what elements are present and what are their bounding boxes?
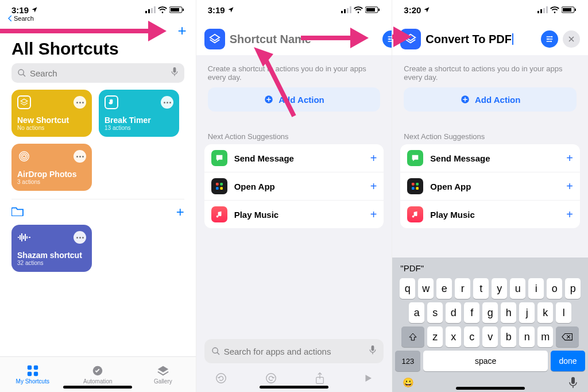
key-s[interactable]: s (427, 302, 443, 323)
search-bar[interactable] (11, 63, 184, 83)
wifi-icon (354, 5, 363, 15)
numbers-key[interactable]: 123 (395, 351, 420, 371)
suggestions-list: Send Message + Open App + Play Music + (400, 144, 580, 228)
key-x[interactable]: x (446, 326, 461, 347)
apps-grid-icon (407, 178, 423, 194)
key-u[interactable]: u (510, 278, 525, 299)
airdrop-icon (17, 149, 31, 163)
suggestion-open-app[interactable]: Open App + (204, 172, 384, 201)
backspace-key[interactable] (556, 326, 579, 347)
dictate-icon[interactable] (171, 67, 179, 79)
undo-button[interactable] (215, 372, 227, 387)
dictate-key[interactable] (568, 377, 578, 391)
key-h[interactable]: h (501, 302, 516, 323)
key-l[interactable]: l (556, 302, 571, 323)
actions-search-bar[interactable] (204, 339, 384, 363)
key-b[interactable]: b (501, 326, 516, 347)
suggestion-open-app[interactable]: Open App + (400, 172, 580, 201)
screen-all-shortcuts: 3:19 Search + All Shortcuts New Shortcut… (0, 0, 196, 392)
shortcut-tile-airdrop-photos[interactable]: AirDrop Photos3 actions (11, 144, 92, 191)
shift-key[interactable] (401, 326, 424, 347)
key-f[interactable]: f (464, 302, 479, 323)
key-g[interactable]: g (482, 302, 498, 323)
key-n[interactable]: n (519, 326, 535, 347)
key-d[interactable]: d (446, 302, 461, 323)
add-icon[interactable]: + (566, 180, 573, 193)
key-p[interactable]: p (565, 278, 581, 299)
home-indicator (456, 387, 525, 390)
key-q[interactable]: q (400, 278, 415, 299)
add-icon[interactable]: + (566, 208, 573, 221)
svg-rect-54 (416, 183, 419, 186)
redo-button[interactable] (265, 372, 277, 387)
svg-rect-22 (350, 6, 351, 13)
shortcut-tile-break-timer[interactable]: Break Timer13 actions (99, 90, 179, 137)
more-icon[interactable] (74, 231, 86, 244)
shortcut-name-input[interactable]: Convert To PDF (425, 33, 512, 46)
share-button[interactable] (314, 372, 326, 387)
folder-icon[interactable] (11, 206, 24, 218)
emoji-key[interactable]: 😀 (403, 377, 414, 391)
more-icon[interactable] (161, 96, 173, 109)
shortcut-tile-new-shortcut[interactable]: New ShortcutNo actions (11, 90, 92, 137)
svg-rect-37 (372, 345, 374, 351)
settings-button[interactable] (382, 30, 392, 48)
space-key[interactable]: space (423, 351, 548, 371)
dictate-icon[interactable] (369, 345, 377, 357)
svg-rect-2 (151, 8, 153, 13)
add-icon[interactable]: + (566, 152, 573, 165)
shortcut-app-icon[interactable] (204, 29, 225, 49)
more-icon[interactable] (74, 150, 86, 163)
add-icon[interactable]: + (370, 208, 377, 221)
add-action-button[interactable]: Add Action (404, 87, 577, 112)
key-o[interactable]: o (547, 278, 562, 299)
key-m[interactable]: m (537, 326, 553, 347)
tab-gallery[interactable]: Gallery (130, 357, 196, 392)
suggestion-play-music[interactable]: Play Music + (204, 201, 384, 228)
svg-rect-57 (571, 377, 575, 384)
actions-search-input[interactable] (220, 347, 369, 356)
key-y[interactable]: y (492, 278, 507, 299)
suggestion-play-music[interactable]: Play Music + (400, 201, 580, 228)
key-a[interactable]: a (409, 302, 424, 323)
add-icon[interactable]: + (370, 180, 377, 193)
svg-point-12 (21, 153, 28, 160)
key-z[interactable]: z (427, 326, 443, 347)
keyboard: "PDF" qwertyuiop asdfghjkl zxcvbnm 123 s… (392, 258, 588, 392)
editor-header: Convert To PDF (392, 23, 588, 55)
more-icon[interactable] (74, 96, 86, 109)
settings-button[interactable] (541, 30, 558, 48)
key-w[interactable]: w (418, 278, 434, 299)
run-button[interactable] (363, 373, 373, 386)
add-to-folder-button[interactable]: + (176, 204, 184, 220)
svg-rect-9 (173, 67, 176, 73)
close-button[interactable] (563, 30, 580, 48)
done-key[interactable]: done (551, 351, 585, 371)
add-icon[interactable]: + (370, 152, 377, 165)
add-shortcut-button[interactable]: + (177, 22, 186, 40)
signal-icon (145, 5, 156, 15)
search-input[interactable] (26, 68, 171, 78)
messages-icon (407, 150, 423, 166)
hand-icon (105, 95, 118, 109)
keyboard-suggestion[interactable]: "PDF" (400, 263, 424, 273)
key-e[interactable]: e (436, 278, 452, 299)
shortcut-tile-shazam[interactable]: Shazam shortcut32 actions (11, 225, 92, 272)
key-t[interactable]: t (473, 278, 489, 299)
status-bar: 3:20 (392, 0, 588, 16)
screen-editor-named: 3:20 Convert To PDF C (392, 0, 588, 392)
status-bar: 3:19 (196, 0, 392, 16)
key-j[interactable]: j (519, 302, 535, 323)
home-indicator (260, 386, 328, 389)
key-v[interactable]: v (482, 326, 498, 347)
key-i[interactable]: i (528, 278, 544, 299)
svg-point-40 (266, 374, 276, 383)
key-c[interactable]: c (464, 326, 479, 347)
key-k[interactable]: k (537, 302, 553, 323)
tab-my-shortcuts[interactable]: My Shortcuts (0, 357, 65, 392)
suggestion-send-message[interactable]: Send Message + (400, 144, 580, 172)
suggestion-send-message[interactable]: Send Message + (204, 144, 384, 172)
key-r[interactable]: r (455, 278, 470, 299)
svg-rect-6 (183, 9, 184, 11)
svg-rect-33 (216, 187, 219, 190)
